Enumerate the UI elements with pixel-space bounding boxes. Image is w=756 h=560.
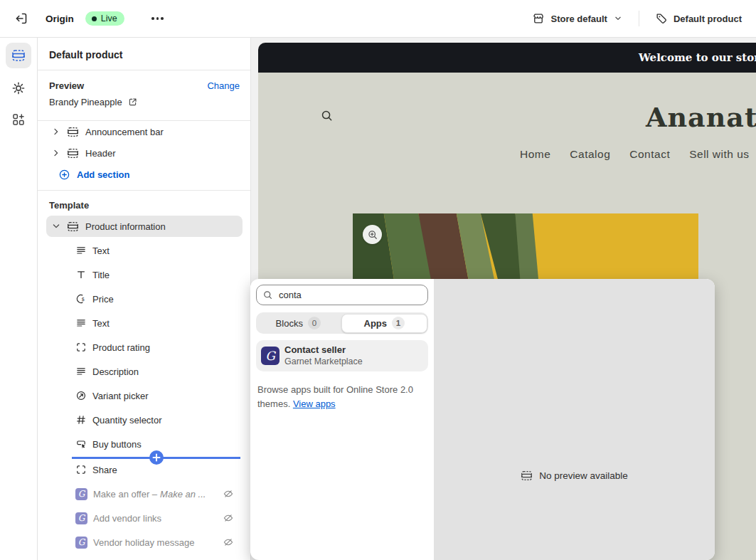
block-label: Text xyxy=(92,245,110,256)
block-label: Product rating xyxy=(92,342,150,353)
tab-blocks-count: 0 xyxy=(308,317,321,329)
nav-link-contact[interactable]: Contact xyxy=(629,148,670,161)
section-label: Announcement bar xyxy=(85,127,164,137)
app-result-contact-seller[interactable]: Contact seller Garnet Marketplace xyxy=(256,340,428,371)
plus-circle-icon xyxy=(58,169,70,181)
chevron-right-icon[interactable] xyxy=(50,147,62,159)
tab-apps[interactable]: Apps 1 xyxy=(341,314,427,333)
rail-app-embeds-button[interactable] xyxy=(6,107,31,132)
text-lines-icon xyxy=(75,317,87,329)
search-icon xyxy=(320,109,334,122)
block-row-description[interactable]: Description xyxy=(46,361,243,381)
store-context-selector[interactable]: Store default xyxy=(522,8,632,29)
more-menu-button[interactable] xyxy=(147,9,169,28)
app-embeds-icon xyxy=(11,112,26,127)
block-row-text[interactable]: Text xyxy=(46,241,243,260)
block-row-price[interactable]: Price xyxy=(46,289,243,309)
panel-title: Default product xyxy=(49,49,122,60)
chevron-right-icon[interactable] xyxy=(50,126,62,137)
block-row-make-an-offer[interactable]: Make an offer – Make an ... xyxy=(46,484,243,504)
block-row-text-2[interactable]: Text xyxy=(46,313,243,333)
no-preview-label: No preview available xyxy=(539,470,628,481)
block-label: Variant picker xyxy=(92,391,149,401)
top-bar: Origin Live Store default Default produc… xyxy=(0,0,756,38)
preview-target-name: Brandy Pineapple xyxy=(49,97,122,107)
panel-divider xyxy=(38,190,250,191)
store-selector-label: Store default xyxy=(550,14,607,24)
tab-blocks[interactable]: Blocks 0 xyxy=(256,312,341,334)
buy-button-icon xyxy=(75,438,87,450)
rail-theme-settings-button[interactable] xyxy=(6,75,31,101)
nav-link-sell-with-us[interactable]: Sell with us xyxy=(689,148,749,161)
add-section-button[interactable]: Add section xyxy=(58,164,129,185)
section-icon xyxy=(67,147,79,159)
block-row-title[interactable]: Title xyxy=(46,265,243,285)
hidden-eye-button[interactable] xyxy=(223,488,234,500)
chevron-down-icon[interactable] xyxy=(50,221,62,232)
block-row-quantity-selector[interactable]: Quantity selector xyxy=(46,410,243,430)
theme-editor: Origin Live Store default Default produc… xyxy=(0,0,756,560)
announcement-text: Welcome to our stor xyxy=(639,43,756,73)
block-label: Description xyxy=(92,366,139,377)
storefront-search-button[interactable] xyxy=(320,109,334,125)
insert-block-button[interactable] xyxy=(149,450,164,465)
section-row-product-information[interactable]: Product information xyxy=(46,216,243,237)
nav-link-home[interactable]: Home xyxy=(520,148,550,161)
hash-icon xyxy=(75,414,87,426)
block-row-add-vendor-links[interactable]: Add vendor links xyxy=(46,508,243,528)
storefront-brand[interactable]: Ananature xyxy=(646,101,756,133)
tab-apps-label: Apps xyxy=(364,318,388,329)
eye-slash-icon xyxy=(223,488,234,500)
theme-name: Origin xyxy=(46,14,74,24)
block-label: Share xyxy=(92,465,117,475)
announcement-bar[interactable]: Welcome to our stor xyxy=(258,43,756,73)
block-label: Add vendor links xyxy=(93,513,161,524)
browse-apps-text: Browse apps built for Online Store 2.0 t… xyxy=(257,383,421,411)
topbar-right-group: Store default Default product xyxy=(522,0,756,37)
template-heading: Template xyxy=(49,200,89,211)
store-icon xyxy=(532,12,545,25)
block-row-share[interactable]: Share xyxy=(46,460,243,480)
block-label: Title xyxy=(92,270,110,280)
section-row-announcement-bar[interactable]: Announcement bar xyxy=(46,121,243,142)
tab-apps-count: 1 xyxy=(392,317,405,329)
block-row-variant-picker[interactable]: Variant picker xyxy=(46,386,243,406)
app-result-subtitle: Garnet Marketplace xyxy=(284,356,363,366)
change-preview-link[interactable]: Change xyxy=(207,80,240,91)
magnifier-plus-icon xyxy=(367,229,378,241)
garnet-app-icon xyxy=(75,512,87,524)
variant-icon xyxy=(75,390,87,401)
exit-icon xyxy=(14,11,28,26)
picker-search xyxy=(256,285,428,305)
nav-link-catalog[interactable]: Catalog xyxy=(570,148,610,161)
block-label: Vendor holiday message xyxy=(93,537,194,548)
block-row-buy-buttons[interactable]: Buy buttons xyxy=(46,434,243,454)
block-label-italic: Make an ... xyxy=(160,489,206,500)
search-input[interactable] xyxy=(256,285,428,305)
page-selector[interactable]: Default product xyxy=(645,8,752,29)
block-label: Text xyxy=(92,318,110,329)
live-badge: Live xyxy=(85,11,124,26)
section-row-header[interactable]: Header xyxy=(46,142,243,164)
preview-label: Preview xyxy=(49,80,84,91)
section-icon xyxy=(67,126,79,138)
image-zoom-button[interactable] xyxy=(363,225,382,244)
block-row-product-rating[interactable]: Product rating xyxy=(46,337,243,357)
hidden-eye-button[interactable] xyxy=(223,537,234,548)
panel-divider xyxy=(38,70,250,70)
block-row-vendor-holiday-message[interactable]: Vendor holiday message xyxy=(46,532,243,552)
section-label: Header xyxy=(85,148,116,159)
sections-icon xyxy=(11,48,26,63)
section-icon xyxy=(521,470,533,482)
open-preview-button[interactable] xyxy=(127,97,138,107)
block-label: Buy buttons xyxy=(92,439,142,450)
hidden-eye-button[interactable] xyxy=(223,512,234,524)
text-lines-icon xyxy=(75,245,87,256)
eye-slash-icon xyxy=(223,512,234,524)
view-apps-link[interactable]: View apps xyxy=(293,398,336,409)
topbar-divider xyxy=(639,11,639,26)
rail-sections-button[interactable] xyxy=(6,43,31,68)
app-result-title: Contact seller xyxy=(284,344,346,355)
exit-editor-button[interactable] xyxy=(10,7,33,30)
picker-tabs: Blocks 0 Apps 1 xyxy=(256,312,428,334)
